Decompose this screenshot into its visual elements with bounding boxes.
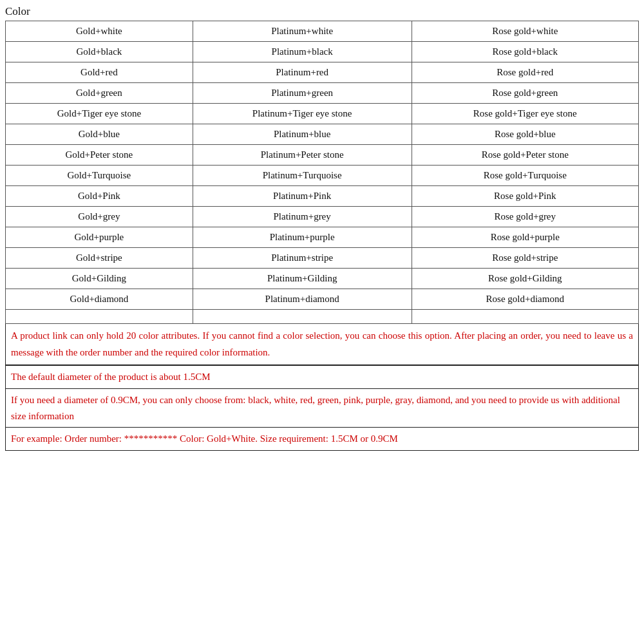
table-cell: Rose gold+Gilding — [412, 269, 638, 289]
color-table: Gold+whitePlatinum+whiteRose gold+whiteG… — [5, 21, 639, 324]
table-cell: Gold+purple — [6, 227, 193, 248]
notice-4: For example: Order number: *********** C… — [5, 428, 639, 451]
table-cell: Gold+Pink — [6, 186, 193, 207]
table-cell: Gold+diamond — [6, 289, 193, 310]
table-cell: Rose gold+diamond — [412, 289, 638, 310]
table-cell: Platinum+black — [193, 42, 412, 62]
table-cell: Rose gold+green — [412, 83, 638, 104]
table-cell: Platinum+purple — [193, 227, 412, 248]
table-cell: Rose gold+purple — [412, 227, 638, 248]
table-cell: Platinum+Turquoise — [193, 166, 412, 186]
table-cell: Gold+red — [6, 62, 193, 83]
notice-2: The default diameter of the product is a… — [5, 365, 639, 389]
table-cell: Rose gold+grey — [412, 207, 638, 227]
table-cell: Rose gold+black — [412, 42, 638, 62]
table-cell: Gold+stripe — [6, 248, 193, 269]
table-cell — [412, 310, 638, 324]
table-cell: Platinum+Peter stone — [193, 145, 412, 166]
table-cell: Platinum+stripe — [193, 248, 412, 269]
table-cell: Gold+grey — [6, 207, 193, 227]
table-cell: Rose gold+Tiger eye stone — [412, 104, 638, 124]
table-cell: Platinum+blue — [193, 124, 412, 145]
notice-1: A product link can only hold 20 color at… — [5, 324, 639, 365]
table-cell: Gold+Gilding — [6, 269, 193, 289]
table-cell: Rose gold+blue — [412, 124, 638, 145]
table-cell: Gold+black — [6, 42, 193, 62]
table-cell: Gold+Tiger eye stone — [6, 104, 193, 124]
table-cell: Rose gold+Pink — [412, 186, 638, 207]
section-title: Color — [5, 5, 639, 18]
table-cell — [193, 310, 412, 324]
table-cell: Gold+green — [6, 83, 193, 104]
notice-3: If you need a diameter of 0.9CM, you can… — [5, 389, 639, 428]
table-cell: Platinum+grey — [193, 207, 412, 227]
table-cell: Rose gold+Peter stone — [412, 145, 638, 166]
table-cell: Platinum+Gilding — [193, 269, 412, 289]
table-cell: Platinum+green — [193, 83, 412, 104]
table-cell: Gold+Turquoise — [6, 166, 193, 186]
table-cell: Rose gold+stripe — [412, 248, 638, 269]
table-cell: Gold+white — [6, 21, 193, 42]
table-cell: Rose gold+red — [412, 62, 638, 83]
table-cell: Rose gold+white — [412, 21, 638, 42]
table-cell — [6, 310, 193, 324]
table-cell: Platinum+red — [193, 62, 412, 83]
table-cell: Platinum+Pink — [193, 186, 412, 207]
table-cell: Platinum+white — [193, 21, 412, 42]
table-cell: Rose gold+Turquoise — [412, 166, 638, 186]
table-cell: Platinum+diamond — [193, 289, 412, 310]
table-cell: Platinum+Tiger eye stone — [193, 104, 412, 124]
table-cell: Gold+blue — [6, 124, 193, 145]
table-cell: Gold+Peter stone — [6, 145, 193, 166]
